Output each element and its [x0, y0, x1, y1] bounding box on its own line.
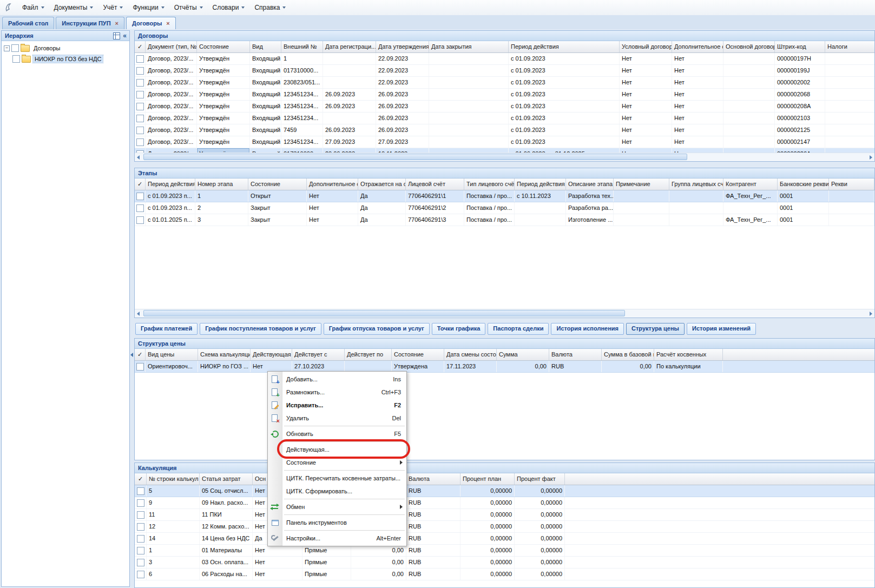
row-checkbox[interactable]: [137, 499, 144, 507]
subtab-change-history[interactable]: История изменений: [687, 323, 756, 335]
column-header[interactable]: Процент план: [460, 473, 515, 485]
menu-item-citk-recalc[interactable]: ЦИТК. Пересчитать косвенные затраты...: [268, 472, 406, 485]
column-header[interactable]: Контрагент: [723, 179, 778, 190]
column-header[interactable]: ✓: [135, 349, 146, 360]
tree-item-niokr[interactable]: НИОКР по ГОЗ без НДС: [2, 54, 129, 64]
menu-item-exchange[interactable]: Обмен: [268, 500, 406, 513]
column-header[interactable]: ✓: [135, 473, 147, 485]
scrollbar-thumb[interactable]: [143, 310, 625, 316]
grid-tool-icon[interactable]: [113, 32, 120, 39]
column-header[interactable]: Вид цены: [146, 349, 198, 360]
collapse-splitter-icon[interactable]: [130, 353, 133, 357]
column-header[interactable]: Сумма: [497, 349, 549, 360]
row-checkbox[interactable]: [136, 103, 144, 110]
row-checkbox[interactable]: [137, 559, 144, 566]
tree-item-contracts[interactable]: − Договоры: [2, 43, 129, 54]
column-header[interactable]: Банковские реквиз: [778, 179, 829, 190]
row-checkbox[interactable]: [136, 216, 144, 224]
column-header[interactable]: Дата регистраци...: [323, 41, 376, 52]
subtab-goods-receipt-schedule[interactable]: График поступления товаров и услуг: [200, 323, 321, 335]
menu-item-edit[interactable]: Исправить... F2: [268, 399, 406, 412]
scroll-left-icon[interactable]: [137, 312, 140, 316]
row-checkbox[interactable]: [136, 204, 144, 212]
table-row[interactable]: Договор, 2023/...УтверждёнВходящий122.09…: [135, 53, 874, 65]
table-row[interactable]: Договор, 2023/...УтверждёнВходящий123451…: [135, 101, 874, 113]
column-header[interactable]: ✓: [135, 41, 146, 52]
column-header[interactable]: Расчёт косвенных: [654, 349, 723, 360]
contracts-hscrollbar[interactable]: [135, 153, 874, 161]
column-header[interactable]: Период действия: [146, 179, 195, 190]
column-header[interactable]: Дополнительное с: [307, 179, 358, 190]
column-header[interactable]: Процент факт: [515, 473, 565, 485]
menu-item-delete[interactable]: × Удалить Del: [268, 412, 406, 425]
scroll-right-icon[interactable]: [870, 155, 872, 160]
column-header[interactable]: Внешний №: [281, 41, 323, 52]
menu-help[interactable]: Справка: [249, 0, 291, 15]
column-header[interactable]: Штрих-код: [775, 41, 825, 52]
scroll-left-icon[interactable]: [137, 155, 140, 160]
menu-item-state[interactable]: Состояние: [268, 456, 406, 469]
row-checkbox[interactable]: [136, 193, 144, 200]
column-header[interactable]: Дополнительное с: [672, 41, 723, 52]
column-header[interactable]: Состояние: [248, 179, 307, 190]
row-checkbox[interactable]: [137, 547, 144, 554]
row-checkbox[interactable]: [136, 138, 144, 146]
menu-item-duplicate[interactable]: + Размножить... Ctrl+F3: [268, 386, 406, 399]
column-header[interactable]: Тип лицевого счёт: [464, 179, 515, 190]
table-row[interactable]: Договор, 2023/...УтверждёнВходящий017310…: [135, 65, 874, 77]
menu-file[interactable]: Файл: [17, 0, 49, 15]
subtab-execution-history[interactable]: История исполнения: [551, 323, 624, 335]
row-checkbox[interactable]: [136, 127, 144, 134]
tab-instructions-pup[interactable]: Инструкции ПУП×: [56, 17, 124, 29]
column-header[interactable]: Сумма в базовой в: [602, 349, 654, 360]
table-row[interactable]: с 01.09.2023 п...1ОткрытНетДа7706406291\…: [135, 190, 874, 202]
table-row[interactable]: 505 Соц. отчисл...НетRUB0,000000,00000: [135, 485, 874, 497]
column-header[interactable]: Документ (тип, №: [146, 41, 197, 52]
tree-checkbox[interactable]: [12, 55, 20, 63]
menu-dictionaries[interactable]: Словари: [208, 0, 250, 15]
column-header[interactable]: Основной договор: [723, 41, 775, 52]
column-header[interactable]: Состояние: [197, 41, 250, 52]
menu-item-toolbar[interactable]: Панель инструментов: [268, 516, 406, 529]
row-checkbox[interactable]: [137, 487, 144, 495]
menu-item-refresh[interactable]: Обновить F5: [268, 427, 406, 440]
column-header[interactable]: Рекви: [829, 179, 874, 190]
stages-hscrollbar[interactable]: [135, 309, 874, 318]
column-header[interactable]: ✓: [135, 179, 146, 190]
column-header[interactable]: Номер этапа: [195, 179, 248, 190]
table-row[interactable]: Договор, 2023/...УтверждёнВходящий123451…: [135, 89, 874, 101]
subtab-payment-schedule[interactable]: График платежей: [135, 323, 198, 335]
column-header[interactable]: Вид: [250, 41, 281, 52]
column-header[interactable]: Группа лицевых сч: [669, 179, 723, 190]
column-header[interactable]: Период действия: [509, 41, 620, 52]
menu-functions[interactable]: Функции: [128, 0, 169, 15]
scroll-right-icon[interactable]: [870, 312, 872, 316]
menu-item-add[interactable]: + Добавить... Ins: [268, 373, 406, 386]
column-header[interactable]: Примечание: [614, 179, 669, 190]
column-header[interactable]: № строки калькул: [147, 473, 200, 485]
column-header[interactable]: Валюта: [549, 349, 602, 360]
table-row[interactable]: 1111 ПКИНетRUB0,000000,00000: [135, 509, 874, 521]
row-checkbox[interactable]: [136, 67, 144, 75]
table-row[interactable]: Договор, 2023/...УтверждёнВходящий123451…: [135, 136, 874, 148]
row-checkbox[interactable]: [137, 535, 144, 543]
column-header[interactable]: Дата утверждения: [376, 41, 429, 52]
column-header[interactable]: Дата смены состоя: [444, 349, 497, 360]
scrollbar-thumb[interactable]: [143, 154, 687, 160]
row-checkbox[interactable]: [136, 115, 144, 122]
subtab-schedule-points[interactable]: Точки графика: [432, 323, 486, 335]
row-checkbox[interactable]: [136, 79, 144, 87]
column-header[interactable]: Схема калькуляци: [198, 349, 251, 360]
tree-expander-icon[interactable]: −: [4, 45, 10, 51]
row-checkbox[interactable]: [137, 523, 144, 531]
column-header[interactable]: Дата закрытия: [429, 41, 509, 52]
subtab-price-structure[interactable]: Структура цены: [626, 323, 685, 335]
table-row[interactable]: с 01.09.2023 п...2ЗакрытНетДа7706406291\…: [135, 202, 874, 214]
menu-item-settings[interactable]: Настройки... Alt+Enter: [268, 532, 406, 545]
table-row[interactable]: Договор, 2023/...УтверждёнВходящий123451…: [135, 113, 874, 124]
row-checkbox[interactable]: [136, 363, 144, 371]
row-checkbox[interactable]: [137, 571, 144, 578]
column-header[interactable]: Действует по: [345, 349, 392, 360]
column-header[interactable]: Состояние: [392, 349, 444, 360]
collapse-panel-icon[interactable]: «: [123, 33, 127, 39]
